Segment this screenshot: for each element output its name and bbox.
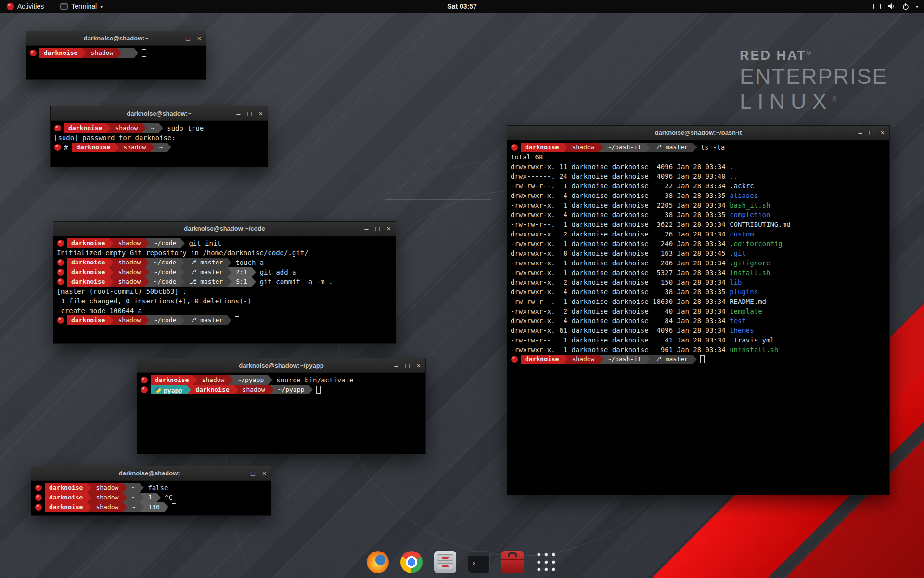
window-title: darknoise@shadow:~ (119, 470, 183, 477)
minimize-button[interactable]: – (237, 110, 241, 117)
terminal-line: -rwxrwxr-x. 1 darknoise darknoise 5327 J… (511, 268, 886, 277)
system-menu-caret-icon[interactable]: ▾ (916, 4, 918, 9)
display-icon[interactable] (873, 4, 881, 9)
redhat-prompt-icon (57, 240, 64, 247)
window-titlebar[interactable]: darknoise@shadow:~/code–□× (53, 222, 396, 236)
close-button[interactable]: × (262, 470, 266, 477)
close-button[interactable]: × (387, 225, 391, 232)
chevron-down-icon: ▾ (100, 4, 103, 9)
powerline-arrow-icon (145, 277, 149, 287)
window-buttons: –□× (175, 31, 201, 45)
redhat-prompt-icon (57, 269, 64, 276)
ls-meta: drwxrwxr-x. 4 darknoise darknoise 38 Jan… (511, 288, 730, 296)
ls-meta: drwxrwxr-x. 11 darknoise darknoise 4096 … (511, 163, 730, 171)
window-titlebar[interactable]: darknoise@shadow:~–□× (26, 31, 206, 46)
minimize-button[interactable]: – (859, 130, 862, 136)
drawer-detail (437, 563, 453, 569)
maximize-button[interactable]: □ (186, 35, 190, 42)
command-text: git init (189, 239, 221, 247)
terminal-content[interactable]: darknoiseshadow~falsedarknoiseshadow~1^C… (31, 481, 271, 514)
brand-line-enterprise: ENTERPRISE (740, 64, 888, 89)
firefox-icon[interactable] (367, 551, 389, 573)
powerline-arrow-icon (159, 123, 163, 133)
command-text: git add a (260, 268, 296, 276)
powerline-arrow-icon (693, 355, 697, 364)
window-titlebar[interactable]: darknoise@shadow:~/bash-it–□× (507, 126, 889, 140)
powerline-arrow-icon (268, 375, 272, 385)
powerline-arrow-icon (134, 48, 139, 58)
close-button[interactable]: × (259, 110, 263, 117)
prompt-segment: ⎇ master (650, 143, 693, 152)
window-titlebar[interactable]: darknoise@shadow:~–□× (51, 106, 268, 121)
minimize-button[interactable]: – (395, 362, 398, 369)
terminal-line: darknoiseshadow~sudo true (54, 123, 264, 133)
maximize-button[interactable]: □ (247, 110, 251, 117)
terminal-content[interactable]: darknoiseshadow~/pyappsource bin/activat… (137, 373, 425, 397)
window-titlebar[interactable]: darknoise@shadow:~–□× (31, 466, 271, 481)
app-menu-terminal[interactable]: Terminal ▾ (58, 0, 104, 13)
registered-mark: ® (807, 50, 812, 56)
maximize-button[interactable]: □ (251, 470, 255, 477)
terminal-cursor (700, 355, 705, 363)
prompt-segment: darknoise (39, 48, 82, 58)
terminal-content[interactable]: darknoiseshadow~/codegit initInitialized… (53, 236, 396, 328)
window-titlebar[interactable]: darknoise@shadow:~/pyapp–□× (137, 358, 425, 373)
power-icon[interactable] (902, 3, 909, 10)
maximize-button[interactable]: □ (375, 225, 379, 232)
powerline-arrow-icon (140, 502, 144, 512)
volume-icon[interactable] (887, 3, 896, 10)
powerline-arrow-icon (87, 483, 91, 493)
ls-meta: -rw-rw-r--. 1 darknoise darknoise 18630 … (511, 298, 730, 305)
redhat-prompt-icon (57, 259, 64, 266)
toolbox-icon[interactable] (501, 551, 524, 573)
prompt-segment: ~ (127, 502, 140, 512)
ls-filename: .editorconfig (730, 240, 783, 248)
prompt-segment: ⎇ master (185, 277, 227, 287)
command-text: false (148, 484, 168, 492)
terminal-line: darknoiseshadow~/bash-it⎇ masterls -la (511, 143, 886, 152)
ls-meta: -rwxrwxr-x. 1 darknoise darknoise 2205 J… (511, 201, 730, 209)
terminal-cursor (172, 503, 176, 511)
terminal-line: -rwxrwxr-x. 1 darknoise darknoise 240 Ja… (511, 239, 886, 249)
terminal-content[interactable]: darknoiseshadow~/bash-it⎇ masterls -lato… (507, 140, 889, 367)
chrome-icon[interactable] (400, 551, 423, 573)
close-button[interactable]: × (417, 362, 421, 369)
powerline-arrow-icon (123, 493, 127, 502)
terminal-content[interactable]: darknoiseshadow~sudo true[sudo] password… (51, 121, 268, 155)
output-text: # (64, 144, 72, 151)
terminal-icon[interactable]: ›_ (468, 551, 490, 573)
prompt-segment: ~ (146, 123, 159, 133)
maximize-button[interactable]: □ (405, 362, 409, 369)
files-icon[interactable] (434, 551, 456, 573)
terminal-line: 1 file changed, 0 insertions(+), 0 delet… (57, 296, 392, 306)
ls-filename: .. (730, 172, 738, 180)
powerline-arrow-icon (599, 143, 603, 152)
minimize-button[interactable]: – (175, 35, 179, 42)
terminal-content[interactable]: darknoiseshadow~ (26, 46, 206, 60)
powerline-arrow-icon (167, 143, 171, 152)
activities-button[interactable]: Activities (5, 0, 46, 13)
powerline-arrow-icon (87, 502, 91, 512)
prompt-segment: shadow (119, 143, 150, 152)
close-button[interactable]: × (881, 130, 885, 136)
app-grid-icon[interactable] (535, 551, 557, 573)
prompt-segment: ~/code (149, 315, 180, 325)
ls-filename: test (730, 317, 746, 325)
redhat-prompt-icon (30, 50, 37, 56)
minimize-button[interactable]: – (240, 470, 244, 477)
ls-filename: template (730, 307, 762, 315)
terminal-line: darknoiseshadow~/code⎇ masterS:1git comm… (57, 277, 392, 287)
powerline-arrow-icon (123, 483, 127, 493)
maximize-button[interactable]: □ (869, 130, 873, 136)
ls-meta: drwxrwxr-x. 8 darknoise darknoise 163 Ja… (511, 250, 730, 257)
prompt-segment: darknoise (521, 355, 563, 364)
prompt-segment: shadow (111, 123, 142, 133)
ls-filename: uninstall.sh (730, 346, 778, 354)
ls-meta: drwxrwxr-x. 4 darknoise darknoise 38 Jan… (511, 211, 730, 219)
close-button[interactable]: × (197, 35, 201, 42)
terminal-line: [master (root-commit) 50bcb63] . (57, 287, 392, 296)
powerline-arrow-icon (227, 267, 231, 277)
terminal-line: darknoiseshadow~/code⎇ master (57, 315, 392, 325)
minimize-button[interactable]: – (365, 225, 369, 232)
clock[interactable]: Sat 03:57 (447, 2, 476, 10)
